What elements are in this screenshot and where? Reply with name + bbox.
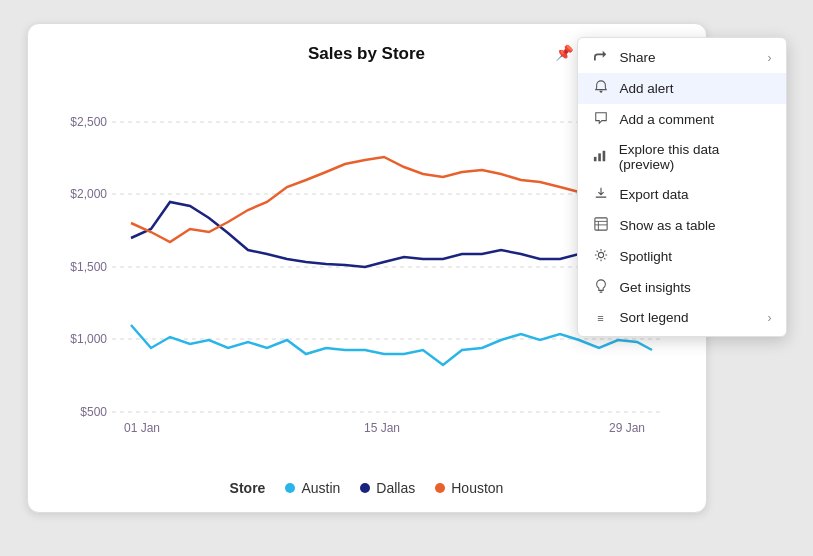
legend-item-houston: Houston bbox=[435, 480, 503, 496]
menu-item-export-data[interactable]: Export data bbox=[578, 179, 786, 210]
svg-text:$2,500: $2,500 bbox=[70, 115, 107, 129]
austin-dot bbox=[285, 483, 295, 493]
spotlight-label: Spotlight bbox=[620, 249, 673, 264]
menu-item-explore-data[interactable]: Explore this data (preview) bbox=[578, 135, 786, 179]
explore-data-icon bbox=[592, 149, 609, 166]
svg-text:29 Jan: 29 Jan bbox=[608, 421, 644, 435]
svg-rect-16 bbox=[595, 197, 606, 198]
dallas-line bbox=[131, 202, 652, 267]
outer-container: Sales by Store 📌 ⧉ 🔔 ≡ ⊡ ••• bbox=[27, 23, 787, 533]
menu-item-spotlight[interactable]: Spotlight bbox=[578, 241, 786, 272]
legend-store-label: Store bbox=[230, 480, 266, 496]
svg-text:01 Jan: 01 Jan bbox=[123, 421, 159, 435]
add-alert-icon bbox=[592, 80, 610, 97]
svg-text:$2,000: $2,000 bbox=[70, 187, 107, 201]
chart-legend: Store Austin Dallas Houston bbox=[52, 480, 682, 496]
svg-text:$1,500: $1,500 bbox=[70, 260, 107, 274]
export-data-label: Export data bbox=[620, 187, 689, 202]
legend-item-dallas: Dallas bbox=[360, 480, 415, 496]
show-table-icon bbox=[592, 217, 610, 234]
svg-text:$1,000: $1,000 bbox=[70, 332, 107, 346]
legend-item-austin: Austin bbox=[285, 480, 340, 496]
export-data-icon bbox=[592, 186, 610, 203]
sort-legend-arrow: › bbox=[768, 311, 772, 325]
menu-item-add-alert[interactable]: Add alert bbox=[578, 73, 786, 104]
dallas-dot bbox=[360, 483, 370, 493]
houston-label: Houston bbox=[451, 480, 503, 496]
add-alert-label: Add alert bbox=[620, 81, 674, 96]
share-icon bbox=[592, 49, 610, 66]
menu-item-sort-legend[interactable]: ≡ Sort legend › bbox=[578, 303, 786, 332]
menu-item-show-table[interactable]: Show as a table bbox=[578, 210, 786, 241]
share-label: Share bbox=[620, 50, 656, 65]
add-comment-label: Add a comment bbox=[620, 112, 715, 127]
spotlight-icon bbox=[592, 248, 610, 265]
get-insights-label: Get insights bbox=[620, 280, 691, 295]
svg-rect-17 bbox=[594, 218, 606, 230]
dallas-label: Dallas bbox=[376, 480, 415, 496]
explore-data-label: Explore this data (preview) bbox=[619, 142, 772, 172]
pin-icon[interactable]: 📌 bbox=[555, 44, 574, 62]
menu-item-add-comment[interactable]: Add a comment bbox=[578, 104, 786, 135]
menu-item-share[interactable]: Share › bbox=[578, 42, 786, 73]
chart-title: Sales by Store bbox=[308, 44, 425, 64]
svg-rect-15 bbox=[603, 150, 606, 161]
show-table-label: Show as a table bbox=[620, 218, 716, 233]
svg-text:15 Jan: 15 Jan bbox=[363, 421, 399, 435]
context-menu: Share › Add alert Add a comment bbox=[577, 37, 787, 337]
menu-item-get-insights[interactable]: Get insights bbox=[578, 272, 786, 303]
svg-rect-13 bbox=[594, 156, 597, 160]
austin-label: Austin bbox=[301, 480, 340, 496]
get-insights-icon bbox=[592, 279, 610, 296]
houston-dot bbox=[435, 483, 445, 493]
houston-line bbox=[131, 157, 652, 242]
sort-legend-icon: ≡ bbox=[592, 312, 610, 324]
sort-legend-label: Sort legend bbox=[620, 310, 689, 325]
share-arrow: › bbox=[768, 51, 772, 65]
add-comment-icon bbox=[592, 111, 610, 128]
svg-rect-14 bbox=[598, 153, 601, 161]
austin-line bbox=[131, 325, 652, 365]
svg-text:$500: $500 bbox=[80, 405, 107, 419]
svg-point-21 bbox=[598, 252, 603, 257]
